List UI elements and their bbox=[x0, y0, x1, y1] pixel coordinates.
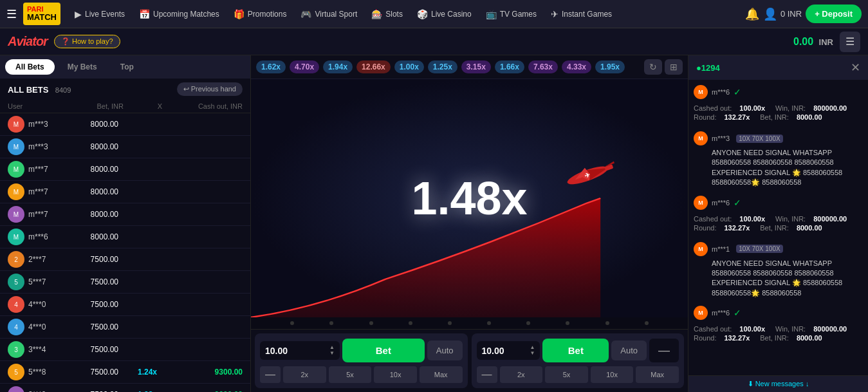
new-messages-button[interactable]: ⬇ New messages ↓ bbox=[688, 375, 868, 392]
table-row: Mm***78000.00- bbox=[0, 181, 250, 203]
quick-5x-1[interactable]: 5x bbox=[329, 366, 372, 383]
deposit-button[interactable]: + Deposit bbox=[806, 5, 862, 23]
round-value: 132.27x bbox=[724, 224, 750, 232]
bet-minus-2[interactable]: — bbox=[477, 366, 497, 383]
auto-button-1[interactable]: Auto bbox=[427, 341, 463, 360]
logo-text-pari: PARI bbox=[27, 5, 57, 13]
history-expand-button[interactable]: ⊞ bbox=[665, 59, 683, 75]
header-x: X bbox=[124, 102, 162, 110]
history-refresh-button[interactable]: ↻ bbox=[644, 59, 662, 75]
nav-instant-games[interactable]: ✈ Instant Games bbox=[546, 6, 617, 22]
auto-button-2[interactable]: Auto bbox=[611, 341, 647, 360]
chat-messages: Mm***6✓Cashed out:100.00xWin, INR:800000… bbox=[688, 80, 868, 375]
tab-my-bets[interactable]: My Bets bbox=[57, 59, 107, 75]
bet-decrement-2[interactable]: ▼ bbox=[530, 351, 535, 356]
bet-username: 2***7 bbox=[28, 255, 67, 264]
notification-bell-icon[interactable]: 🔔 bbox=[745, 7, 759, 21]
nav-virtual-sport[interactable]: 🎮 Virtual Sport bbox=[295, 6, 362, 22]
user-account[interactable]: 👤 0 INR bbox=[763, 7, 802, 21]
dot bbox=[487, 321, 491, 325]
bet-panel-bottom-1: — 2x 5x 10x Max bbox=[260, 366, 463, 383]
promotions-icon: 🎁 bbox=[234, 9, 245, 19]
instant-games-icon: ✈ bbox=[551, 9, 559, 19]
win-inr-label: Win, INR: bbox=[775, 325, 806, 333]
round-value: 132.27x bbox=[724, 334, 750, 342]
bet-button-1[interactable]: Bet bbox=[342, 339, 425, 362]
nav-live-casino[interactable]: 🎲 Live Casino bbox=[412, 6, 477, 22]
slots-icon: 🎰 bbox=[371, 9, 382, 19]
bet-panel-2: 10.00 ▲ ▼ Bet Auto — — 2x 5x 10x Max bbox=[472, 333, 685, 388]
bet-increment-1[interactable]: ▲ bbox=[329, 345, 335, 350]
nav-live-events[interactable]: ▶ Live Events bbox=[69, 6, 130, 22]
quick-max-2[interactable]: Max bbox=[636, 366, 679, 383]
bet-username: m***3 bbox=[28, 120, 67, 129]
bet-cashout-empty: - bbox=[157, 345, 243, 354]
bet-panel-top-1: 10.00 ▲ ▼ Bet Auto bbox=[260, 339, 463, 362]
game-canvas: ✈ 1.48x bbox=[251, 79, 688, 317]
chat-username: m***6 bbox=[712, 88, 730, 96]
bet-amount: 7500.00 bbox=[67, 277, 118, 286]
dot bbox=[566, 321, 569, 325]
new-messages-label: ⬇ New messages ↓ bbox=[748, 380, 809, 387]
multiplier-chip: 3.15x bbox=[461, 61, 491, 73]
chat-header: ●1294 ✕ bbox=[688, 55, 868, 80]
dots-indicator bbox=[251, 317, 688, 329]
hamburger-icon[interactable]: ☰ bbox=[6, 7, 17, 21]
quick-max-1[interactable]: Max bbox=[420, 366, 463, 383]
nav-upcoming-matches[interactable]: 📅 Upcoming Matches bbox=[134, 6, 225, 22]
bet-minus-1[interactable]: — bbox=[260, 366, 281, 383]
bet-cashout-empty: - bbox=[157, 142, 243, 151]
tab-top[interactable]: Top bbox=[110, 59, 144, 75]
aviator-bar: Aviator ❓ How to play? 0.00 INR ☰ bbox=[0, 28, 868, 55]
table-header: User Bet, INR X Cash out, INR bbox=[0, 100, 250, 113]
parimatch-logo: PARI MATCH bbox=[23, 3, 60, 24]
previous-hand-button[interactable]: ↩ Previous hand bbox=[177, 82, 243, 96]
quick-10x-1[interactable]: 10x bbox=[374, 366, 417, 383]
virtual-sport-icon: 🎮 bbox=[300, 9, 311, 19]
close-chat-button[interactable]: ✕ bbox=[851, 61, 860, 75]
nav-promotions-label: Promotions bbox=[248, 10, 287, 19]
bet-amount: 8000.00 bbox=[67, 142, 118, 151]
nav-upcoming-matches-label: Upcoming Matches bbox=[153, 10, 219, 19]
user-balance: 0 INR bbox=[780, 9, 802, 19]
bet-cashout-empty: - bbox=[157, 232, 243, 241]
tab-all-bets[interactable]: All Bets bbox=[5, 59, 55, 75]
chat-username: m***6 bbox=[712, 309, 730, 317]
nav-tv-games[interactable]: 📺 TV Games bbox=[481, 6, 542, 22]
calendar-icon: 📅 bbox=[139, 9, 150, 19]
bet-button-2[interactable]: Bet bbox=[542, 339, 609, 362]
how-to-play-button[interactable]: ❓ How to play? bbox=[54, 35, 120, 48]
bet-amount-input-1[interactable]: 10.00 ▲ ▼ bbox=[260, 341, 340, 360]
main-layout: All Bets My Bets Top ALL BETS 8409 ↩ Pre… bbox=[0, 55, 868, 392]
minus-panel-2[interactable]: — bbox=[649, 339, 679, 362]
bet-increment-2[interactable]: ▲ bbox=[530, 345, 535, 350]
bet-amount-input-2[interactable]: 10.00 ▲ ▼ bbox=[477, 341, 540, 360]
nav-instant-games-label: Instant Games bbox=[562, 10, 612, 19]
table-row: Mm***38000.00- bbox=[0, 113, 250, 136]
bet-inr-value: 8000.00 bbox=[797, 334, 822, 342]
quick-2x-2[interactable]: 2x bbox=[500, 366, 543, 383]
verified-icon: ✓ bbox=[734, 308, 741, 318]
chat-badge: 10X 70X 100X bbox=[736, 135, 783, 143]
cashed-out-label: Cashed out: bbox=[694, 215, 732, 223]
nav-promotions[interactable]: 🎁 Promotions bbox=[228, 6, 292, 22]
bet-panel-bottom-2: — 2x 5x 10x Max bbox=[477, 366, 679, 383]
multiplier-chip: 1.95x bbox=[595, 61, 625, 73]
chat-badge: 10X 70X 100X bbox=[736, 245, 783, 253]
win-inr-value: 800000.00 bbox=[813, 104, 847, 112]
quick-2x-1[interactable]: 2x bbox=[283, 366, 326, 383]
chat-message: Mm***6✓Cashed out:100.00xWin, INR:800000… bbox=[694, 196, 863, 234]
nav-slots[interactable]: 🎰 Slots bbox=[366, 6, 408, 22]
quick-5x-2[interactable]: 5x bbox=[545, 366, 588, 383]
prev-hand-label: ↩ Previous hand bbox=[183, 85, 236, 93]
bet-panel-top-2: 10.00 ▲ ▼ Bet Auto — bbox=[477, 339, 679, 362]
header-user: User bbox=[8, 102, 59, 110]
multiplier-chip: 1.00x bbox=[394, 61, 424, 73]
dot bbox=[448, 321, 452, 325]
aviator-menu-button[interactable]: ☰ bbox=[840, 32, 860, 52]
quick-10x-2[interactable]: 10x bbox=[591, 366, 634, 383]
bet-cashout-empty: - bbox=[157, 300, 243, 309]
user-icon: 👤 bbox=[763, 7, 777, 21]
bet-decrement-1[interactable]: ▼ bbox=[329, 351, 335, 356]
bet-cashout-empty: - bbox=[157, 165, 243, 174]
